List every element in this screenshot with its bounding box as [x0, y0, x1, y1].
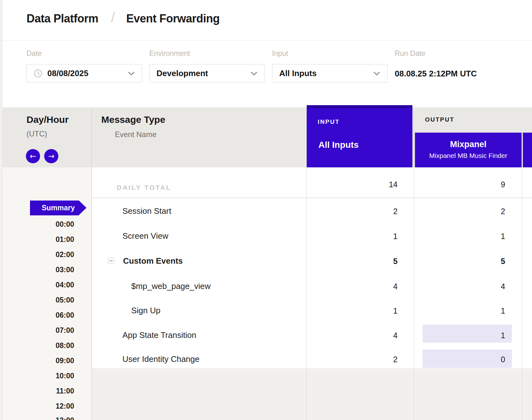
input-dropdown[interactable]: All Inputs — [272, 64, 387, 82]
input-column-header[interactable]: INPUT All Inputs — [307, 105, 412, 167]
input-label: Input — [272, 49, 288, 58]
input-cell: 5 — [319, 257, 398, 266]
hour-slot[interactable]: 02:00 — [3, 250, 74, 259]
next-day-button[interactable]: → — [44, 149, 58, 163]
input-connection-name: All Inputs — [318, 140, 359, 150]
input-cell: 2 — [319, 207, 398, 216]
output-connection-subtitle: Mixpanel MB Music Finder — [415, 152, 522, 159]
breadcrumb-section[interactable]: Data Platform — [27, 12, 98, 25]
daily-total-divider — [92, 198, 532, 198]
input-cell: 4 — [319, 331, 398, 340]
hour-slot[interactable]: 13:00 — [3, 416, 74, 420]
event-forwarding-page: Data Platform / Event Forwarding Date En… — [0, 0, 532, 420]
day-hour-subtitle: (UTC) — [27, 129, 47, 138]
row-label: Custom Events — [123, 256, 183, 266]
row-label: App State Transition — [122, 330, 196, 340]
date-dropdown[interactable]: 08/08/2025 — [27, 64, 142, 82]
input-cell: 2 — [319, 355, 398, 364]
hour-slot[interactable]: 07:00 — [3, 326, 74, 335]
table-footer-area — [92, 368, 532, 420]
breadcrumb-separator: / — [111, 9, 115, 25]
hour-slot[interactable]: 12:00 — [3, 402, 74, 411]
clock-icon — [34, 69, 42, 78]
hour-slot[interactable]: 10:00 — [3, 372, 74, 380]
input-group-label: INPUT — [318, 118, 340, 125]
chevron-down-icon — [251, 71, 257, 75]
header-divider — [3, 40, 532, 41]
message-type-title: Message Type — [101, 114, 165, 125]
row-label: Sign Up — [131, 306, 161, 315]
environment-value: Development — [157, 69, 208, 78]
input-value: All Inputs — [279, 69, 316, 78]
prev-day-button[interactable]: ← — [26, 149, 40, 163]
summary-badge[interactable]: Summary — [30, 201, 79, 215]
chevron-down-icon — [128, 71, 135, 75]
hour-slot[interactable]: 05:00 — [3, 296, 74, 304]
collapse-icon[interactable] — [108, 258, 114, 264]
environment-label: Environment — [149, 49, 190, 58]
left-gutter — [0, 0, 3, 420]
page-title: Event Forwarding — [126, 12, 220, 25]
input-cell: 1 — [319, 232, 398, 241]
hour-slot[interactable]: 11:00 — [3, 387, 74, 395]
hour-slot[interactable]: 04:00 — [3, 281, 74, 289]
row-label: Session Start — [122, 206, 171, 216]
input-cell: 4 — [319, 282, 398, 291]
hour-slot[interactable]: 06:00 — [3, 311, 74, 320]
daily-total-output: 9 — [426, 180, 505, 189]
input-cell: 1 — [319, 306, 398, 315]
date-label: Date — [27, 49, 42, 58]
hour-slot[interactable]: 01:00 — [3, 235, 74, 244]
sidebar-divider — [92, 107, 92, 420]
daily-total-input: 14 — [319, 180, 398, 189]
output-cell: 1 — [426, 306, 505, 315]
environment-dropdown[interactable]: Development — [149, 64, 265, 82]
chevron-down-icon — [373, 71, 380, 75]
minus-icon — [109, 261, 113, 261]
column-divider-output — [414, 107, 414, 420]
row-label: User Identity Change — [122, 354, 199, 364]
run-date-value: 08.08.25 2:12PM UTC — [395, 69, 477, 79]
row-label: $mp_web_page_view — [131, 281, 211, 291]
output-cell: 2 — [426, 207, 505, 216]
output-cell: 0 — [426, 355, 505, 364]
summary-badge-arrow — [79, 201, 86, 215]
output-column-header-partial — [523, 133, 532, 167]
hour-slot[interactable]: 00:00 — [3, 220, 74, 229]
run-date-label: Run Date — [395, 49, 425, 58]
hour-slot[interactable]: 09:00 — [3, 357, 74, 365]
input-header-accent-strip — [307, 105, 412, 108]
output-column-header-mixpanel[interactable]: Mixpanel Mixpanel MB Music Finder — [415, 133, 522, 167]
daily-total-label: DAILY TOTAL — [117, 184, 171, 191]
output-cell: 5 — [426, 257, 505, 266]
output-cell: 4 — [426, 282, 505, 291]
message-type-subtitle: Event Name — [115, 130, 157, 139]
day-hour-title: Day/Hour — [27, 114, 68, 125]
row-label: Screen View — [122, 231, 168, 241]
date-value: 08/08/2025 — [47, 69, 88, 78]
output-connection-name: Mixpanel — [415, 140, 522, 149]
output-cell: 1 — [426, 232, 505, 241]
hour-slot[interactable]: 08:00 — [3, 341, 74, 350]
column-divider-next — [522, 133, 522, 420]
hour-slot[interactable]: 03:00 — [3, 266, 74, 274]
output-cell: 1 — [426, 331, 505, 340]
output-group-label: OUTPUT — [425, 116, 454, 123]
